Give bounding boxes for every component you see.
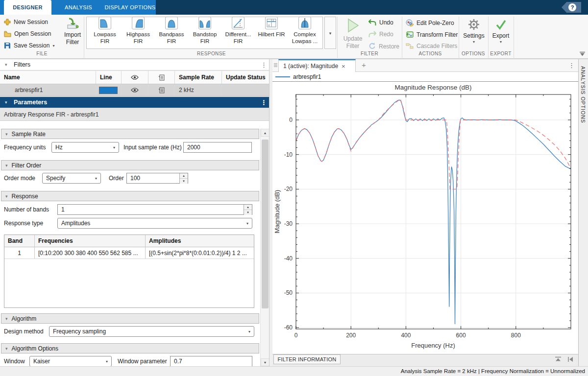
undo-button[interactable]: Undo xyxy=(368,19,393,26)
tab-display-options[interactable]: DISPLAY OPTIONS xyxy=(104,0,156,15)
response-type-dropdown[interactable]: Amplitudes▾ xyxy=(57,218,252,229)
filter-designer-app: DESIGNER ANALYSIS DISPLAY OPTIONS ? New … xyxy=(0,0,588,376)
input-sample-rate-label: Input sample rate (Hz) xyxy=(123,142,182,153)
collapse-panel-icon[interactable] xyxy=(555,356,562,362)
title-bar: DESIGNER ANALYSIS DISPLAY OPTIONS ? xyxy=(0,0,588,15)
design-method-dropdown[interactable]: Frequency sampling▾ xyxy=(49,326,254,337)
col-line[interactable]: Line xyxy=(96,71,122,84)
window-label: Window xyxy=(4,356,25,366)
svg-text:-50: -50 xyxy=(284,289,293,296)
filter-information-tab[interactable]: FILTER INFORMATION xyxy=(273,354,341,364)
tab-designer[interactable]: DESIGNER xyxy=(4,0,51,15)
col-name[interactable]: Name xyxy=(0,71,96,84)
actions-section-label: ACTIONS xyxy=(402,51,459,58)
collapse-parameters-icon[interactable]: ▾ xyxy=(5,100,7,105)
filters-panel-header[interactable]: ▾ Filters ⋮ xyxy=(0,60,270,70)
parameters-scrollbar[interactable]: ▲ ▼ xyxy=(260,129,269,366)
bandpass-fir-button[interactable]: Bandpass FIR xyxy=(155,16,188,46)
order-mode-dropdown[interactable]: Specify▾ xyxy=(42,173,101,184)
transform-filter-button[interactable]: Transform Filter xyxy=(406,31,458,38)
edit-pole-zero-icon xyxy=(406,19,414,26)
highpass-fir-button[interactable]: Highpass FIR xyxy=(122,16,155,46)
order-stepper[interactable]: ▲▼ xyxy=(179,173,188,183)
settings-button[interactable]: Settings ▾ xyxy=(460,19,488,44)
magnitude-tab[interactable]: 1 (active): Magnitude × xyxy=(278,59,356,72)
filter-info-icon xyxy=(158,74,165,81)
collapse-filters-icon[interactable]: ▾ xyxy=(5,62,7,67)
input-sample-rate-field[interactable]: 2000 xyxy=(183,142,252,153)
visibility-toggle[interactable] xyxy=(122,84,148,96)
redo-icon xyxy=(368,31,376,38)
algorithm-section-header[interactable]: ▾Algorithm xyxy=(1,313,259,324)
eye-icon xyxy=(131,75,139,80)
filter-row[interactable]: arbrespfir1 2 kHz xyxy=(0,84,270,96)
band-table: Band Frequencies Amplitudes 1 [0:10:200 … xyxy=(4,235,254,308)
col-visible[interactable] xyxy=(122,71,148,84)
chart-legend: arbrespfir1 xyxy=(272,72,578,82)
help-button[interactable]: ? xyxy=(562,2,581,13)
number-of-bands-label: Number of bands xyxy=(4,204,49,215)
open-session-button[interactable]: Open Session xyxy=(4,30,51,37)
bandpass-icon xyxy=(165,17,178,29)
parameters-menu-icon[interactable]: ⋮ xyxy=(261,99,267,106)
collapse-ribbon-icon[interactable] xyxy=(579,51,586,57)
complex-lowpass-fir-button[interactable]: Complex Lowpas ... xyxy=(288,16,321,46)
update-filter-button[interactable]: Update Filter xyxy=(339,18,367,50)
line-color-swatch[interactable] xyxy=(99,87,118,94)
svg-text:400: 400 xyxy=(401,332,411,339)
number-of-bands-field[interactable]: 1 ▲▼ xyxy=(57,204,252,215)
window-dropdown[interactable]: Kaiser▾ xyxy=(29,356,112,366)
algorithm-options-section-header[interactable]: ▾Algorithm Options xyxy=(1,343,259,353)
order-field[interactable]: 100 ▲▼ xyxy=(126,173,188,184)
bands-stepper[interactable]: ▲▼ xyxy=(244,205,252,214)
col-sample-rate[interactable]: Sample Rate xyxy=(175,71,222,84)
scroll-down-button[interactable]: ▼ xyxy=(261,358,270,366)
filters-menu-icon[interactable]: ⋮ xyxy=(261,61,267,69)
restore-button[interactable]: Restore xyxy=(368,43,399,50)
bandstop-icon xyxy=(198,17,211,29)
filter-order-section-header[interactable]: ▾Filter Order xyxy=(1,160,259,170)
import-filter-button[interactable]: Import Filter xyxy=(61,18,84,46)
response-type-label: Response type xyxy=(4,218,43,229)
redo-button[interactable]: Redo xyxy=(368,31,393,38)
tab-analysis[interactable]: ANALYSIS xyxy=(56,0,100,15)
sample-rate-section-header[interactable]: ▾Sample Rate xyxy=(1,129,259,139)
bandstop-fir-button[interactable]: Bandstop FIR xyxy=(188,16,221,46)
edit-pole-zero-button[interactable]: Edit Pole-Zero xyxy=(406,19,454,26)
close-tab-icon[interactable]: × xyxy=(342,63,345,70)
new-session-button[interactable]: New Session xyxy=(4,19,48,25)
new-tab-button[interactable]: + xyxy=(362,61,366,69)
undo-icon xyxy=(368,19,376,26)
collapse-left-icon[interactable] xyxy=(567,356,574,362)
window-parameter-field[interactable]: 0.7 xyxy=(170,356,252,366)
analysis-options-label: ANALYSIS OPTIONS xyxy=(580,66,586,123)
magnitude-chart[interactable]: Magnitude Response (dB) Frequency (Hz) M… xyxy=(272,82,578,354)
cascade-filters-button[interactable]: Cascade Filters xyxy=(406,43,457,49)
gallery-expand-button[interactable]: ▾ xyxy=(324,17,336,49)
col-update-status[interactable]: Update Status xyxy=(222,71,270,84)
export-button[interactable]: Export ▾ xyxy=(489,19,513,44)
hilbert-fir-button[interactable]: j-j Hilbert FIR xyxy=(255,16,288,46)
window-parameter-label: Window parameter xyxy=(118,356,167,366)
filter-info-button[interactable] xyxy=(148,84,175,96)
svg-text:-60: -60 xyxy=(284,324,293,331)
frequency-units-dropdown[interactable]: Hz▾ xyxy=(51,142,119,153)
analysis-options-strip[interactable]: ANALYSIS OPTIONS xyxy=(578,59,588,366)
scroll-up-button[interactable]: ▲ xyxy=(261,129,270,137)
scrollbar-thumb[interactable] xyxy=(262,140,269,308)
band-table-row[interactable]: 1 [0:10:200 300 380 400 550 562 585 ... … xyxy=(4,247,254,259)
svg-text:800: 800 xyxy=(511,332,521,339)
check-icon xyxy=(495,19,507,30)
differentiator-fir-button[interactable]: Different... FIR xyxy=(221,16,255,46)
parameters-panel-header[interactable]: ▾ Parameters ⋮ xyxy=(0,97,270,108)
frequency-units-label: Frequency units xyxy=(4,142,46,153)
tab-overflow-icon[interactable] xyxy=(273,63,278,69)
save-session-button[interactable]: Save Session ▾ xyxy=(4,42,54,49)
analysis-menu-icon[interactable]: ⋮ xyxy=(568,62,575,69)
col-info[interactable] xyxy=(148,71,175,84)
folder-icon xyxy=(4,31,11,37)
response-section-header[interactable]: ▾Response xyxy=(1,191,259,201)
save-dropdown-arrow[interactable]: ▾ xyxy=(52,44,54,48)
filter-name: arbrespfir1 xyxy=(0,84,96,96)
lowpass-fir-button[interactable]: Lowpass FIR xyxy=(88,16,122,46)
